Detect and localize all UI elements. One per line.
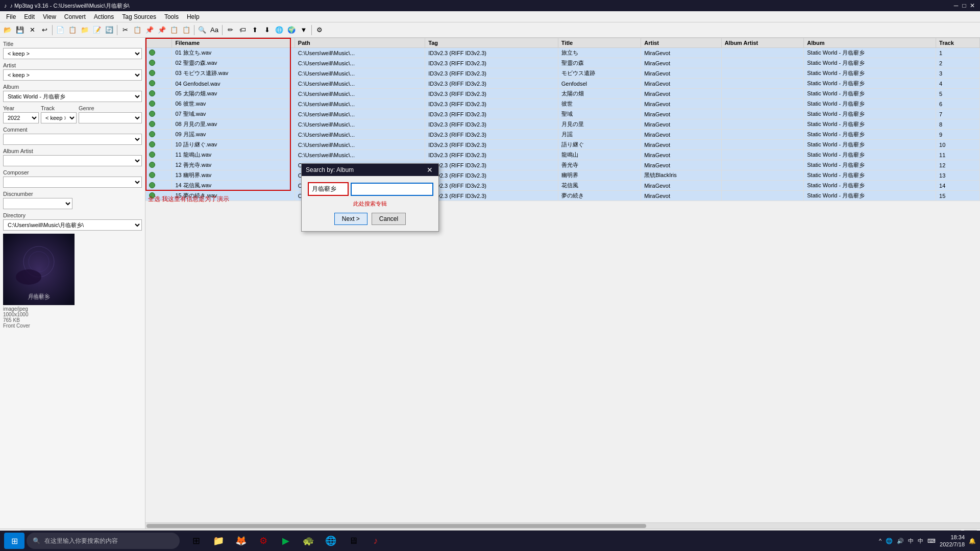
col-album[interactable]: Album — [804, 38, 936, 48]
taskbar-notification-icon[interactable]: 🔔 — [969, 538, 976, 544]
album-artist-select[interactable] — [3, 155, 142, 166]
col-track[interactable]: Track — [936, 38, 980, 48]
menu-help[interactable]: Help — [183, 12, 204, 21]
toolbar-delete[interactable]: ✕ — [27, 24, 38, 36]
taskbar-app-tortoisesvn[interactable]: 🐢 — [298, 533, 318, 549]
toolbar-btn3[interactable]: 📋 — [67, 24, 78, 36]
taskbar-app-misc1[interactable]: 🌐 — [321, 533, 341, 549]
minimize-button[interactable]: ─ — [952, 2, 960, 9]
directory-select[interactable]: C:\Users\weill\Music\月临蕲乡\ — [3, 219, 142, 231]
dialog-hint: 此处搜索专辑 — [308, 200, 432, 208]
menu-file[interactable]: File — [2, 12, 20, 21]
album-select[interactable]: Static World - 月临蕲乡 — [3, 91, 142, 102]
cell-artist: MiraGevot — [641, 99, 721, 109]
table-row[interactable]: 06 彼世.wavC:\Users\weill\Music\...ID3v2.3… — [146, 99, 980, 109]
menu-edit[interactable]: Edit — [20, 12, 39, 21]
toolbar-paste4[interactable]: 📋 — [181, 24, 192, 36]
toolbar-case[interactable]: Aa — [209, 24, 220, 36]
dialog-next-button[interactable]: Next > — [334, 213, 368, 225]
comment-select[interactable] — [3, 134, 142, 145]
toolbar-paste[interactable]: 📌 — [144, 24, 155, 36]
horizontal-scrollbar[interactable] — [145, 522, 980, 529]
toolbar-search[interactable]: 🔍 — [197, 24, 208, 36]
table-row[interactable]: 12 善光寺.wavC:\Users\weill\Music\...ID3v2.… — [146, 160, 980, 170]
toolbar-save[interactable]: 💾 — [14, 24, 26, 36]
dialog-close-button[interactable]: ✕ — [425, 165, 434, 174]
col-tag[interactable]: Tag — [425, 38, 558, 48]
toolbar-copy[interactable]: 📋 — [132, 24, 143, 36]
scrollbar-thumb[interactable] — [146, 524, 646, 528]
toolbar-btn5[interactable]: 📝 — [91, 24, 103, 36]
year-track-genre-row: Year 2022 Track < keep > Genre — [3, 105, 142, 127]
table-row[interactable]: 04 Genfodsel.wavC:\Users\weill\Music\...… — [146, 79, 980, 89]
discnumber-select[interactable] — [3, 198, 72, 209]
menu-view[interactable]: View — [39, 12, 60, 21]
toolbar-web[interactable]: 🌐 — [274, 24, 285, 36]
taskbar-search[interactable]: 🔍 在这里输入你要搜索的内容 — [27, 533, 180, 549]
toolbar-btn2[interactable]: 📄 — [55, 24, 66, 36]
menu-actions[interactable]: Actions — [90, 12, 118, 21]
table-row[interactable]: 10 語り継ぐ.wavC:\Users\weill\Music\...ID3v2… — [146, 140, 980, 150]
toolbar-btn4[interactable]: 📁 — [79, 24, 90, 36]
table-row[interactable]: 14 花信風.wavC:\Users\weill\Music\...ID3v2.… — [146, 181, 980, 191]
artist-select[interactable]: < keep > — [3, 69, 142, 81]
toolbar-globe[interactable]: 🌍 — [286, 24, 297, 36]
toolbar-tag-src[interactable]: 🏷 — [237, 24, 248, 36]
file-table-container[interactable]: Filename Path Tag Title Artist Album Art… — [145, 38, 980, 522]
track-select[interactable]: < keep > — [41, 112, 77, 123]
table-row[interactable]: 03 モビウス遺跡.wavC:\Users\weill\Music\...ID3… — [146, 68, 980, 79]
table-row[interactable]: 15 夢の続き.wavC:\Users\weill\Music\...ID3v2… — [146, 191, 980, 201]
taskbar-sys-tray-arrow[interactable]: ^ — [879, 538, 881, 544]
toolbar-settings[interactable]: ⚙ — [314, 24, 325, 36]
cell-tag: ID3v2.3 (RIFF ID3v2.3) — [425, 181, 558, 191]
table-row[interactable]: 08 月見の里.wavC:\Users\weill\Music\...ID3v2… — [146, 119, 980, 130]
toolbar-paste2[interactable]: 📌 — [156, 24, 167, 36]
col-filename[interactable]: Filename — [172, 38, 295, 48]
table-row[interactable]: 11 龍鳴山.wavC:\Users\weill\Music\...ID3v2.… — [146, 150, 980, 160]
taskbar-app-mp3tag[interactable]: ♪ — [365, 533, 386, 549]
table-row[interactable]: 13 幽明界.wavC:\Users\weill\Music\...ID3v2.… — [146, 170, 980, 181]
dialog-cancel-button[interactable]: Cancel — [372, 213, 406, 225]
table-row[interactable]: 09 月謡.wavC:\Users\weill\Music\...ID3v2.3… — [146, 130, 980, 140]
menu-tools[interactable]: Tools — [160, 12, 183, 21]
toolbar-btn6[interactable]: 🔄 — [104, 24, 115, 36]
toolbar-edit[interactable]: ✏ — [225, 24, 236, 36]
taskbar-app-task-view[interactable]: ⊞ — [186, 533, 206, 549]
toolbar-open[interactable]: 📂 — [2, 24, 13, 36]
cell-filename: 08 月見の里.wav — [172, 119, 295, 130]
title-select[interactable]: < keep > — [3, 48, 142, 59]
taskbar-start-button[interactable]: ⊞ — [4, 533, 24, 549]
taskbar-time-text: 18:34 — [940, 534, 965, 541]
toolbar-dropdown[interactable]: ▼ — [298, 24, 309, 36]
dialog-search-input[interactable] — [351, 183, 433, 196]
toolbar-export[interactable]: ⬆ — [249, 24, 260, 36]
close-button[interactable]: ✕ — [969, 2, 976, 9]
menu-convert[interactable]: Convert — [60, 12, 90, 21]
table-row[interactable]: 07 聖域.wavC:\Users\weill\Music\...ID3v2.3… — [146, 109, 980, 119]
composer-select[interactable] — [3, 177, 142, 188]
table-row[interactable]: 01 旅立ち.wavC:\Users\weill\Music\...ID3v2.… — [146, 48, 980, 58]
toolbar-paste3[interactable]: 📋 — [168, 24, 180, 36]
toolbar-cut[interactable]: ✂ — [119, 24, 131, 36]
col-path[interactable]: Path — [295, 38, 425, 48]
genre-select[interactable] — [79, 112, 142, 123]
col-artist[interactable]: Artist — [641, 38, 721, 48]
year-select[interactable]: 2022 — [3, 112, 39, 123]
menu-tag-sources[interactable]: Tag Sources — [118, 12, 160, 21]
album-art-image[interactable]: 月临蕲乡 — [3, 234, 75, 305]
toolbar-undo[interactable]: ↩ — [39, 24, 50, 36]
taskbar-app-firefox[interactable]: 🦊 — [231, 533, 251, 549]
table-row[interactable]: 02 聖靈の森.wavC:\Users\weill\Music\...ID3v2… — [146, 58, 980, 68]
table-row[interactable]: 05 太陽の畑.wavC:\Users\weill\Music\...ID3v2… — [146, 89, 980, 99]
taskbar-app-terminal[interactable]: ▶ — [276, 533, 296, 549]
toolbar-import[interactable]: ⬇ — [261, 24, 273, 36]
taskbar-app-explorer[interactable]: 📁 — [208, 533, 229, 549]
col-title[interactable]: Title — [558, 38, 641, 48]
taskbar-app-ide[interactable]: ⚙ — [253, 533, 274, 549]
maximize-button[interactable]: □ — [961, 2, 968, 9]
taskbar-clock[interactable]: 18:34 2022/7/18 — [940, 534, 965, 548]
row-indicator — [149, 172, 155, 178]
col-indicator[interactable] — [146, 38, 172, 48]
col-album-artist[interactable]: Album Artist — [721, 38, 804, 48]
taskbar-app-misc2[interactable]: 🖥 — [343, 533, 363, 549]
